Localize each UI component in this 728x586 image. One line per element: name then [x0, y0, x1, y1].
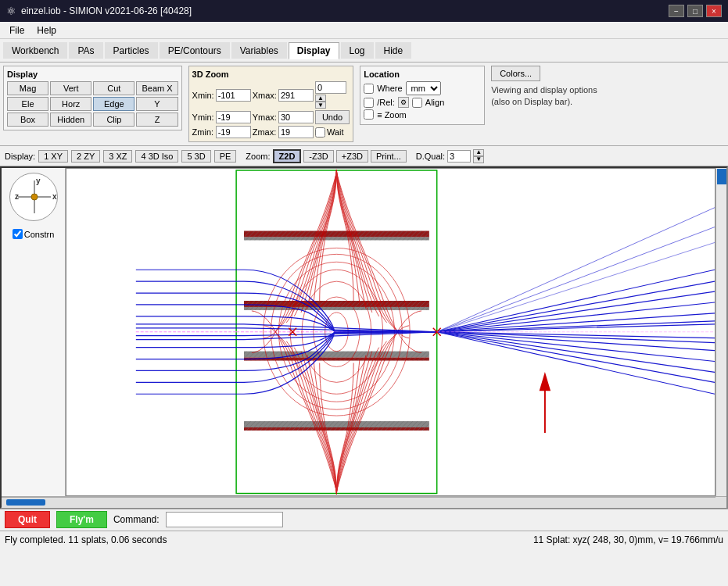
constrn-checkbox-label[interactable]: Constrn	[13, 229, 55, 239]
axis-panel: y x z Constrn	[2, 168, 66, 496]
zoom-pos-z3d[interactable]: +Z3D	[336, 150, 368, 163]
tab-hide[interactable]: Hide	[375, 42, 412, 59]
svg-rect-19	[244, 352, 429, 361]
ymax-input[interactable]	[278, 111, 314, 123]
scrollbar-row	[2, 496, 726, 507]
simulation-svg	[66, 169, 715, 495]
bottom-bar: Quit Fly'm Command:	[0, 509, 728, 531]
rel-settings-button[interactable]: ⚙	[398, 97, 409, 108]
btn-edge[interactable]: Edge	[93, 97, 134, 111]
where-row: Where mm cm m gu	[364, 81, 481, 95]
btn-hidden[interactable]: Hidden	[50, 113, 91, 127]
btn-mag[interactable]: Mag	[7, 81, 48, 95]
command-label: Command:	[113, 514, 160, 525]
tab-particles[interactable]: Particles	[105, 42, 158, 59]
flym-button[interactable]: Fly'm	[56, 511, 107, 528]
svg-text:x: x	[52, 192, 57, 201]
view-2zy[interactable]: 2 ZY	[71, 150, 100, 163]
wait-checkbox-label[interactable]: Wait	[315, 127, 350, 138]
rel-checkbox[interactable]	[364, 98, 374, 108]
ymax-label: Ymax:	[253, 113, 277, 122]
x-center-input[interactable]	[315, 81, 346, 94]
display-group-title: Display	[7, 70, 178, 79]
btn-horz[interactable]: Horz	[50, 97, 91, 111]
btn-vert[interactable]: Vert	[50, 81, 91, 95]
undo-button[interactable]: Undo	[315, 110, 350, 124]
svg-rect-17	[244, 231, 429, 241]
print-button[interactable]: Print...	[371, 150, 407, 163]
tab-pe-contours[interactable]: PE/Contours	[160, 42, 230, 59]
btn-clip[interactable]: Clip	[93, 113, 134, 127]
colors-button[interactable]: Colors...	[491, 66, 540, 81]
tab-display[interactable]: Display	[289, 42, 339, 59]
display-label: Display:	[5, 152, 35, 161]
zoom-z2d[interactable]: Z2D	[273, 149, 302, 163]
menu-help[interactable]: Help	[30, 23, 63, 38]
viewport-row: y x z Constrn	[2, 168, 726, 496]
quit-button[interactable]: Quit	[5, 511, 50, 528]
svg-text:y: y	[36, 177, 41, 185]
title-text: ⚛ einzel.iob - SIMION v2021-06-26 [40428…	[6, 5, 192, 17]
zoom-3d-group: 3D Zoom Xmin: Xmax: ▲ ▼ Ymin: Ymax: Undo…	[188, 66, 354, 142]
align-label: Align	[425, 98, 444, 107]
right-panel: Location Where mm cm m gu /Rel: ⚙	[360, 66, 597, 125]
tab-workbench[interactable]: Workbench	[3, 42, 67, 59]
horizontal-scrollbar[interactable]	[2, 497, 715, 508]
v-scroll-thumb[interactable]	[717, 169, 726, 184]
scroll-corner	[715, 497, 726, 508]
xmin-input[interactable]	[216, 89, 251, 102]
window-title: einzel.iob - SIMION v2021-06-26 [40428]	[21, 5, 192, 16]
command-input[interactable]	[166, 512, 283, 527]
center-spin-down[interactable]: ▼	[315, 102, 326, 109]
tab-log[interactable]: Log	[341, 42, 374, 59]
zoom-checkbox[interactable]	[364, 109, 374, 120]
btn-ele[interactable]: Ele	[7, 97, 48, 111]
controls-panel: Display Mag Vert Cut Beam X Ele Horz Edg…	[0, 63, 728, 146]
where-label: Where	[377, 84, 402, 93]
zmax-input[interactable]	[278, 126, 314, 138]
zoom-section: Zoom: Z2D -Z3D +Z3D Print...	[246, 149, 406, 163]
btn-z[interactable]: Z	[136, 113, 178, 127]
unit-select[interactable]: mm cm m gu	[406, 81, 441, 95]
zmin-input[interactable]	[216, 126, 251, 138]
zoom-eq-label: ≡ Zoom	[377, 110, 407, 120]
view-1xy[interactable]: 1 XY	[38, 150, 68, 163]
wait-checkbox[interactable]	[315, 127, 325, 138]
btn-y[interactable]: Y	[136, 97, 178, 111]
zmin-label: Zmin:	[192, 127, 214, 137]
constrn-checkbox[interactable]	[13, 229, 23, 239]
align-checkbox[interactable]	[412, 98, 422, 108]
center-spin-up[interactable]: ▲	[315, 95, 326, 102]
status-left: Fly completed. 11 splats, 0.06 seconds	[5, 534, 167, 545]
dqual-label: D.Qual:	[416, 152, 445, 161]
zoom-label: Zoom:	[246, 152, 270, 161]
dqual-input[interactable]	[447, 150, 471, 163]
ymin-input[interactable]	[216, 111, 251, 123]
where-checkbox[interactable]	[364, 84, 374, 94]
main-viewport[interactable]	[66, 168, 715, 496]
zoom-neg-z3d[interactable]: -Z3D	[303, 150, 333, 163]
xmax-input[interactable]	[278, 89, 314, 102]
constrn-label: Constrn	[24, 230, 55, 239]
maximize-button[interactable]: □	[687, 5, 703, 17]
vertical-scrollbar[interactable]	[715, 168, 726, 496]
view-5-3d[interactable]: 5 3D	[181, 150, 210, 163]
close-button[interactable]: ×	[706, 5, 722, 17]
minimize-button[interactable]: −	[669, 5, 684, 17]
btn-beamx[interactable]: Beam X	[136, 81, 178, 95]
xmax-label: Xmax:	[253, 91, 277, 100]
tab-variables[interactable]: Variables	[231, 42, 287, 59]
menu-file[interactable]: File	[3, 23, 30, 38]
view-4-3diso[interactable]: 4 3D Iso	[135, 150, 178, 163]
toolbar: Workbench PAs Particles PE/Contours Vari…	[0, 39, 728, 63]
display-buttons-grid: Mag Vert Cut Beam X Ele Horz Edge Y Box …	[7, 81, 178, 127]
view-3xz[interactable]: 3 XZ	[103, 150, 132, 163]
dqual-down[interactable]: ▼	[473, 156, 484, 163]
btn-cut[interactable]: Cut	[93, 81, 134, 95]
axis-svg: y x z	[10, 173, 57, 221]
tab-pas[interactable]: PAs	[69, 42, 102, 59]
view-pe[interactable]: PE	[214, 150, 237, 163]
title-controls: − □ ×	[669, 5, 722, 17]
h-scroll-thumb[interactable]	[6, 499, 45, 506]
btn-box[interactable]: Box	[7, 113, 48, 127]
